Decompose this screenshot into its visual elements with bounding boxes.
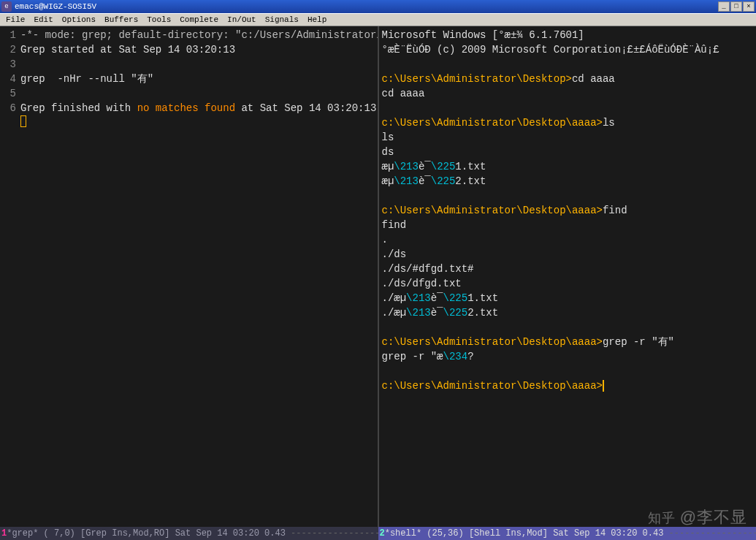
line-number: 3 <box>3 57 16 72</box>
grep-finish: Grep finished with no matches found at S… <box>20 101 376 115</box>
menu-file[interactable]: File <box>1 15 29 24</box>
win-copyright: °æÈ¨ËùÓÐ (c) 2009 Microsoft Corporation¡… <box>382 42 719 57</box>
editor-area: 1-*- mode: grep; default-directory: "c:/… <box>0 26 756 527</box>
grep-output: grep -r "æ\234? <box>382 349 474 364</box>
find-output: find <box>382 218 407 232</box>
shell-prompt: c:\Users\Administrator\Desktop\aaaa>grep… <box>382 335 674 349</box>
modeline-right[interactable]: 2*shell* (25,36) [Shell Ins,Mod] Sat Sep… <box>378 527 757 540</box>
mode-line: 1*grep* ( 7,0) [Grep Ins,Mod,RO] Sat Sep… <box>0 527 756 540</box>
line-number: 5 <box>3 86 16 101</box>
shell-prompt: c:\Users\Administrator\Desktop\aaaa> <box>382 379 604 393</box>
app-icon: e <box>1 1 12 12</box>
menu-signals[interactable]: Signals <box>261 15 303 24</box>
close-button[interactable]: × <box>743 1 755 12</box>
shell-prompt: c:\Users\Administrator\Desktop\aaaa>ls <box>382 115 615 130</box>
line-number: 1 <box>3 28 16 42</box>
find-output: ./ds/dfgd.txt <box>382 276 462 291</box>
menu-buffers[interactable]: Buffers <box>100 15 142 24</box>
line-number: 6 <box>3 101 16 115</box>
grep-start: Grep started at Sat Sep 14 03:20:13 <box>20 42 235 57</box>
shell-pane[interactable]: Microsoft Windows [°æ±¾ 6.1.7601] °æÈ¨Ëù… <box>379 26 757 527</box>
cursor-icon <box>20 115 26 127</box>
find-output: ./æµ\213è¯\2251.txt <box>382 291 499 305</box>
line-number: 2 <box>3 42 16 57</box>
ls-output: æµ\213è¯\2252.txt <box>382 174 486 189</box>
ls-output: æµ\213è¯\2251.txt <box>382 159 486 174</box>
shell-prompt: c:\Users\Administrator\Desktop>cd aaaa <box>382 72 615 86</box>
grep-command: grep -nHr --null "有" <box>20 72 153 86</box>
grep-header: -*- mode: grep; default-directory: "c:/U… <box>20 28 379 42</box>
menu-tools[interactable]: Tools <box>142 15 175 24</box>
find-output: ./ds <box>382 247 407 262</box>
menu-complete[interactable]: Complete <box>175 15 223 24</box>
maximize-button[interactable]: □ <box>730 1 742 12</box>
no-matches: no matches found <box>137 102 235 114</box>
cursor-icon <box>603 380 604 392</box>
ls-output: ds <box>382 145 394 159</box>
find-output: . <box>382 232 388 247</box>
modeline-left[interactable]: 1*grep* ( 7,0) [Grep Ins,Mod,RO] Sat Sep… <box>0 527 378 540</box>
menu-bar: File Edit Options Buffers Tools Complete… <box>0 13 756 26</box>
shell-echo: cd aaaa <box>382 86 425 101</box>
ls-output: ls <box>382 130 394 145</box>
grep-pane[interactable]: 1-*- mode: grep; default-directory: "c:/… <box>0 26 379 527</box>
window-title: emacs@WIGZ-SOSI5V <box>15 2 96 11</box>
shell-prompt: c:\Users\Administrator\Desktop\aaaa>find <box>382 203 627 218</box>
menu-inout[interactable]: In/Out <box>223 15 261 24</box>
find-output: ./æµ\213è¯\2252.txt <box>382 305 499 320</box>
minimize-button[interactable]: _ <box>718 1 730 12</box>
menu-help[interactable]: Help <box>303 15 331 24</box>
window-titlebar: e emacs@WIGZ-SOSI5V _ □ × <box>0 0 756 13</box>
line-number: 4 <box>3 72 16 86</box>
win-version: Microsoft Windows [°æ±¾ 6.1.7601] <box>382 28 584 42</box>
menu-edit[interactable]: Edit <box>29 15 57 24</box>
menu-options[interactable]: Options <box>58 15 100 24</box>
find-output: ./ds/#dfgd.txt# <box>382 262 474 276</box>
